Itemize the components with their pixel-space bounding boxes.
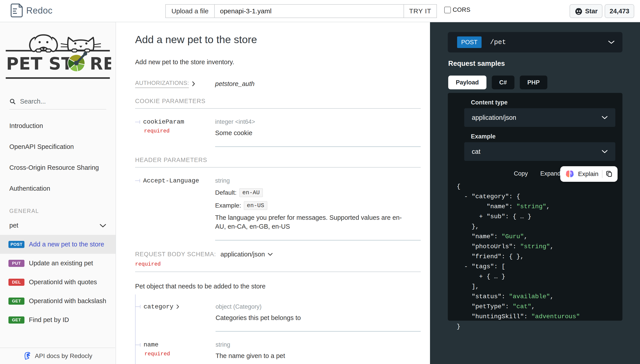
cors-label: CORS	[453, 6, 470, 13]
field-name: category	[144, 303, 173, 310]
explain-button[interactable]: Explain	[560, 166, 618, 182]
page-title: Add a new pet to the store	[135, 33, 421, 46]
code-line: "name": "Guru",	[457, 232, 614, 242]
op-label: Find pet by ID	[29, 316, 69, 324]
body-description: Pet object that needs to be added to the…	[135, 283, 421, 290]
code-line: }	[457, 322, 614, 332]
example-value-chip: en-US	[244, 201, 267, 210]
request-body-schema-label: REQUEST BODY SCHEMA:	[135, 251, 216, 258]
body-required-flag: required	[135, 261, 421, 267]
tree-tick-icon	[136, 343, 141, 347]
example-select[interactable]: cat	[464, 142, 615, 161]
content-type-label: Content type	[471, 93, 622, 106]
sidebar-item-openapi-specification[interactable]: OpenAPI Specification	[0, 136, 116, 157]
star-count: 24,473	[610, 8, 629, 15]
sidebar-item-cors[interactable]: Cross-Origin Resource Sharing	[0, 157, 116, 178]
tree-tick-icon	[136, 304, 141, 309]
method-badge-get: GET	[8, 298, 24, 305]
required-flag: required	[144, 351, 216, 357]
code-line: "status": "available",	[457, 292, 614, 302]
method-badge-post: POST	[457, 36, 482, 48]
code-line: + { … }	[457, 272, 614, 282]
petstore-logo: PET ST RE	[4, 30, 111, 84]
redoc-brand[interactable]: Redoc	[10, 3, 52, 18]
sidebar-op-update-pet[interactable]: PUT Update an existing pet	[0, 254, 116, 273]
cors-checkbox[interactable]	[444, 7, 451, 13]
search-placeholder: Search...	[20, 98, 46, 105]
required-flag: required	[144, 128, 215, 134]
redocly-icon	[23, 352, 32, 360]
example-label: Example	[471, 133, 622, 140]
content-type-selected: application/json	[472, 114, 516, 121]
param-type: integer <int64>	[215, 118, 421, 125]
sidebar-op-add-pet[interactable]: POST Add a new pet to the store	[0, 235, 116, 254]
field-description: Categories this pet belongs to	[216, 313, 421, 322]
sidebar-op-operationid-backslash[interactable]: GET OperationId with backslash	[0, 292, 116, 310]
sidebar-op-find-pet[interactable]: GET Find pet by ID	[0, 310, 116, 329]
sidebar-nav: Introduction OpenAPI Specification Cross…	[0, 115, 116, 199]
sidebar-op-operationid-quotes[interactable]: DEL OperationId with quotes	[0, 273, 116, 292]
op-label: OperationId with backslash	[29, 297, 106, 305]
sidebar-group-pet[interactable]: pet	[0, 216, 116, 235]
search-input[interactable]: Search...	[9, 98, 106, 110]
copy-action[interactable]: Copy	[514, 170, 528, 177]
auth-scheme-link[interactable]: petstore_auth	[215, 80, 254, 88]
chevron-down-icon	[268, 253, 273, 256]
authorizations-toggle[interactable]: AUTHORIZATIONS:	[135, 80, 215, 88]
op-label: Update an existing pet	[29, 260, 93, 267]
param-description: Some cookie	[215, 128, 421, 138]
samples-panel: POST /pet Request samples Payload C# PHP…	[430, 22, 640, 364]
brain-icon	[565, 170, 574, 178]
main-content: Add a new pet to the store Add new pet t…	[116, 22, 430, 364]
sample-tabs: Payload C# PHP	[448, 76, 547, 89]
cat-drawing	[68, 38, 94, 50]
code-line: "huntingSkill": "adventurous"	[457, 312, 614, 322]
endpoint-dropdown[interactable]: POST /pet	[448, 32, 622, 52]
github-octocat-icon	[574, 7, 583, 15]
code-block[interactable]: { - "category": { "name": "string", + "s…	[448, 182, 622, 340]
example-selected: cat	[472, 148, 480, 155]
sidebar-item-introduction[interactable]: Introduction	[0, 115, 116, 136]
sidebar-item-authentication[interactable]: Authentication	[0, 178, 116, 199]
chevron-down-icon	[100, 224, 106, 228]
field-type: string	[216, 341, 421, 348]
explain-label: Explain	[578, 170, 598, 178]
try-it-button[interactable]: TRY IT	[404, 4, 437, 18]
param-name: cookieParam	[143, 118, 184, 125]
tab-php[interactable]: PHP	[520, 76, 547, 89]
github-star-button[interactable]: Star	[570, 4, 602, 18]
content-type-dropdown[interactable]: application/json	[220, 251, 273, 258]
tab-csharp[interactable]: C#	[492, 76, 515, 89]
top-bar: Redoc Upload a file TRY IT CORS Star 24,…	[0, 0, 640, 22]
github-star-widget: Star 24,473	[570, 4, 634, 18]
expand-chevron-icon[interactable]	[176, 304, 179, 309]
sidebar: PET ST RE Search... Introduction OpenAPI…	[0, 22, 116, 364]
chevron-down-icon	[608, 40, 615, 44]
content-type-select[interactable]: application/json	[464, 108, 615, 127]
divider	[135, 272, 421, 272]
code-line: - "category": {	[457, 192, 614, 202]
op-label: OperationId with quotes	[29, 278, 97, 286]
tree-tick-icon	[135, 178, 141, 183]
field-row-name: name required string The name given to a…	[136, 332, 421, 364]
payload-sample-card: Content type application/json Example ca…	[448, 93, 622, 321]
field-type: object (Category)	[216, 303, 421, 310]
code-line: + "sub": { … }	[457, 212, 614, 222]
content-type-value: application/json	[220, 251, 265, 258]
github-star-count[interactable]: 24,473	[605, 4, 634, 18]
code-line: "name": "string",	[457, 202, 614, 212]
chevron-down-icon	[602, 150, 608, 153]
param-row-cookieparam: cookieParam required integer <int64> Som…	[135, 109, 421, 147]
spec-url-input[interactable]	[220, 7, 404, 15]
redocly-footer-link[interactable]: API docs by Redocly	[0, 348, 115, 364]
chevron-right-icon	[192, 81, 195, 86]
star-label: Star	[585, 8, 598, 15]
spec-url-field-wrap	[214, 4, 404, 18]
code-line: {	[457, 182, 614, 192]
tab-payload[interactable]: Payload	[448, 76, 486, 89]
field-name: name	[144, 341, 158, 348]
copy-icon[interactable]	[606, 170, 613, 178]
search-icon	[9, 98, 16, 105]
method-badge-get: GET	[8, 316, 24, 324]
upload-file-button[interactable]: Upload a file	[165, 4, 215, 18]
